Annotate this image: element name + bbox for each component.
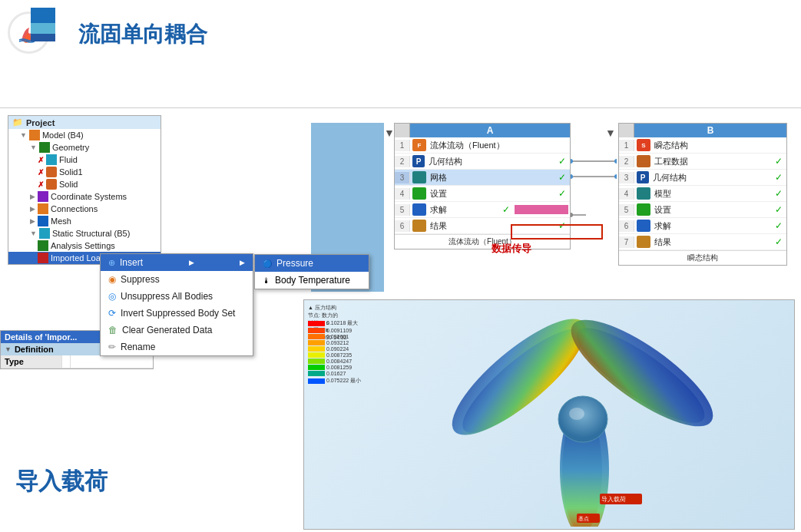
- tree-item-solid[interactable]: ✗ Solid: [8, 178, 161, 190]
- invert-icon: ⟳: [108, 308, 116, 319]
- panel-a-row-4-check: ✓: [554, 187, 570, 200]
- tree-item-mesh[interactable]: ▶ Mesh: [8, 215, 161, 227]
- panel-b-row-7[interactable]: 7 结果 ✓: [619, 234, 786, 250]
- svg-text:导入载荷: 导入载荷: [601, 496, 626, 503]
- project-tree: 📁 Project ▼ Model (B4) ▼ Geometry ✗ Flui…: [8, 115, 161, 265]
- panel-a-row-2[interactable]: 2 P 几何结构 ✓: [395, 154, 570, 170]
- solid1-icon: [46, 167, 57, 177]
- svg-point-4: [571, 174, 573, 179]
- legend-color-9: [308, 371, 325, 376]
- panel-b-row-2-num: 2: [619, 156, 634, 167]
- connections-label: Connections: [51, 204, 98, 213]
- panel-a-row-5-icon: [412, 203, 426, 216]
- panel-b-row-4-label: 模型: [653, 187, 771, 201]
- panel-b-row-3-check: ✓: [771, 170, 786, 184]
- legend-color-8: [308, 365, 325, 370]
- header: 流固单向耦合: [8, 8, 207, 61]
- propeller-svg: 导入载荷 基点: [366, 300, 788, 527]
- legend-color-6: [308, 352, 325, 358]
- suppress-label: Suppress: [121, 274, 160, 285]
- legend-item-8: 0.0081259: [308, 365, 361, 370]
- project-icon: 📁: [12, 117, 23, 127]
- panel-b-row-1[interactable]: 1 S 瞬态结构: [619, 137, 786, 154]
- pressure-icon: 🔵: [263, 259, 272, 268]
- panel-b-row-6-label: 求解: [653, 219, 771, 233]
- body-temp-label: Body Temperature: [275, 275, 350, 286]
- panel-b-row-5-icon: [637, 203, 650, 216]
- panel-a-header: A: [395, 124, 570, 137]
- tree-item-model[interactable]: ▼ Model (B4): [8, 129, 161, 141]
- tree-item-coord[interactable]: ▶ Coordinate Systems: [8, 190, 161, 203]
- legend-color-2: [308, 328, 325, 333]
- panel-b-row-5[interactable]: 5 设置 ✓: [619, 202, 786, 218]
- menu-item-suppress[interactable]: ◉ Suppress: [101, 271, 253, 288]
- panel-b-row-6[interactable]: 6 求解 ✓: [619, 218, 786, 234]
- tree-item-geometry[interactable]: ▼ Geometry: [8, 141, 161, 154]
- logo-area: [8, 8, 69, 61]
- expand-icon-mesh: ▶: [30, 217, 35, 225]
- model-icon: [29, 130, 40, 140]
- panel-b-row-2[interactable]: 2 工程数据 ✓: [619, 154, 786, 170]
- tree-item-connections[interactable]: ▶ Connections: [8, 203, 161, 215]
- menu-item-unsuppress[interactable]: ◎ Unsuppress All Bodies: [101, 288, 253, 305]
- analysis-icon: [38, 240, 48, 251]
- menu-item-clear[interactable]: 🗑 Clear Generated Data: [101, 322, 253, 339]
- panel-b-header: B: [619, 124, 786, 137]
- panel-a-row-2-check: ✓: [554, 154, 570, 168]
- panel-b-row-6-icon: [637, 220, 650, 232]
- clear-icon: 🗑: [108, 325, 118, 335]
- panel-b-row-7-label: 结果: [653, 235, 771, 249]
- panel-b-row-6-num: 6: [619, 220, 634, 232]
- expand-icon-geo: ▼: [30, 144, 37, 151]
- mesh-label: Mesh: [51, 216, 71, 226]
- panel-a-row-5[interactable]: 5 求解 ✓: [395, 202, 570, 218]
- logo-boxes: [31, 8, 55, 41]
- legend-item-9: 0.01627: [308, 371, 361, 376]
- panel-a-row-4-icon: [412, 187, 426, 200]
- svg-text:基点: 基点: [578, 516, 589, 522]
- viz-info-line1: ▲ 压力结构: [308, 304, 347, 312]
- menu-item-invert[interactable]: ⟳ Invert Suppressed Body Set: [101, 305, 253, 322]
- tree-item-static[interactable]: ▼ Static Structural (B5): [8, 227, 161, 240]
- legend-item-3: 0.092601: [308, 334, 361, 339]
- panel-a-row-4[interactable]: 4 设置 ✓: [395, 186, 570, 202]
- panel-a: A 1 F 流体流动（Fluent） 2 P 几何结构 ✓ 3 网格 ✓ 4 设…: [394, 123, 571, 249]
- solid1-label: Solid1: [59, 167, 83, 177]
- x-icon-fluid: ✗: [38, 156, 44, 164]
- geometry-icon: [39, 142, 50, 153]
- legend-color-10: [308, 378, 325, 384]
- solid-label: Solid: [59, 180, 78, 189]
- svg-point-14: [558, 396, 607, 442]
- menu-item-rename[interactable]: ✏ Rename: [101, 339, 253, 355]
- panel-a-row-6[interactable]: 6 结果 ✓: [395, 218, 570, 234]
- panel-b-row-1-label: 瞬态结构: [653, 138, 786, 153]
- panel-b-row-7-num: 7: [619, 236, 634, 248]
- panel-a-row-1[interactable]: 1 F 流体流动（Fluent）: [395, 137, 570, 154]
- triangle-indicator-a: ▼: [384, 127, 395, 139]
- insert-submenu: 🔵 Pressure 🌡 Body Temperature: [254, 254, 369, 289]
- panel-b: B 1 S 瞬态结构 2 工程数据 ✓ 3 P 几何结构 ✓ 4 模型 ✓: [618, 123, 787, 266]
- logo-box-3: [31, 34, 55, 41]
- panel-a-row-1-icon: F: [412, 139, 426, 151]
- tree-item-fluid[interactable]: ✗ Fluid: [8, 154, 161, 166]
- tree-item-solid1[interactable]: ✗ Solid1: [8, 166, 161, 178]
- legend-item-7: 0.0084247: [308, 359, 361, 364]
- panel-b-row-4[interactable]: 4 模型 ✓: [619, 186, 786, 202]
- coord-label: Coordinate Systems: [51, 192, 127, 201]
- panel-b-row-3[interactable]: 3 P 几何结构 ✓: [619, 170, 786, 186]
- panel-b-row-3-icon: P: [637, 171, 649, 183]
- tree-item-analysis[interactable]: Analysis Settings: [8, 240, 161, 252]
- menu-item-insert[interactable]: ⊕ Insert ▶: [101, 254, 253, 271]
- legend-color-3: [308, 334, 325, 339]
- submenu-item-body-temp[interactable]: 🌡 Body Temperature: [255, 272, 369, 289]
- type-key: Type: [1, 355, 62, 368]
- panel-b-row-7-check: ✓: [771, 235, 786, 249]
- legend-label-4: 0.093212: [326, 340, 349, 345]
- panel-a-row-3[interactable]: 3 网格 ✓: [395, 170, 570, 186]
- connector-svg: [571, 138, 617, 253]
- pink-connection-bar: [515, 205, 568, 214]
- logo-box-1: [31, 8, 55, 23]
- submenu-item-pressure[interactable]: 🔵 Pressure: [255, 255, 369, 272]
- legend-color-7: [308, 359, 325, 364]
- legend-label-9: 0.01627: [326, 371, 346, 376]
